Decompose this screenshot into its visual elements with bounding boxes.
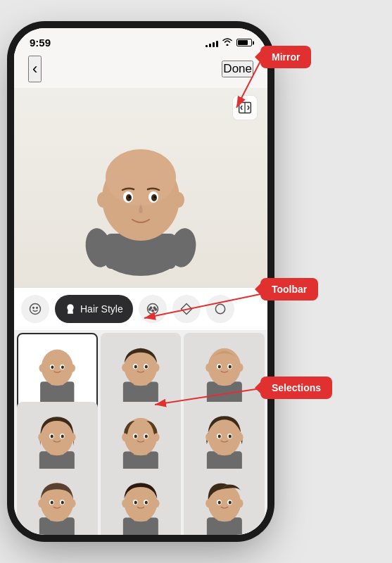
svg-point-43 — [122, 364, 127, 372]
svg-point-50 — [217, 365, 220, 369]
mini-avatar-5 — [108, 410, 173, 475]
wifi-icon — [222, 37, 233, 48]
svg-point-33 — [61, 365, 64, 369]
svg-point-69 — [145, 434, 148, 438]
mini-avatar-1 — [26, 342, 89, 405]
face-icon — [28, 302, 42, 316]
mirror-icon — [238, 101, 252, 115]
svg-point-60 — [61, 434, 64, 438]
svg-point-104 — [217, 501, 220, 505]
svg-point-12 — [154, 196, 156, 198]
status-bar: 9:59 — [14, 28, 267, 51]
toolbar-circle-button[interactable] — [206, 295, 234, 323]
status-icons — [206, 37, 252, 48]
svg-point-34 — [39, 364, 45, 372]
back-button[interactable]: ‹ — [28, 56, 42, 82]
svg-point-35 — [70, 364, 75, 372]
svg-point-106 — [206, 500, 211, 508]
selection-item-8[interactable] — [101, 469, 182, 535]
svg-point-24 — [148, 309, 151, 311]
svg-point-95 — [134, 501, 137, 505]
svg-point-88 — [39, 500, 44, 508]
svg-point-71 — [153, 433, 159, 441]
phone-screen: 9:59 — [14, 28, 267, 535]
svg-point-41 — [134, 365, 137, 369]
svg-point-79 — [206, 433, 211, 441]
selections-tooltip: Selections — [260, 377, 332, 399]
toolbar-face-button[interactable] — [21, 295, 49, 323]
toolbar-shape-button[interactable] — [172, 295, 201, 323]
nav-bar: ‹ Done — [14, 51, 267, 88]
svg-point-96 — [145, 501, 148, 505]
svg-point-18 — [33, 308, 34, 309]
hair-icon — [65, 303, 76, 315]
toolbar: Hair Style — [14, 287, 267, 330]
svg-point-97 — [122, 500, 127, 508]
diamond-icon — [179, 302, 194, 316]
mini-avatar-6 — [192, 410, 257, 475]
svg-point-105 — [228, 501, 231, 505]
toolbar-tooltip: Toolbar — [260, 278, 318, 301]
palette-icon — [146, 302, 160, 316]
selections-grid — [14, 330, 267, 535]
svg-point-23 — [151, 310, 153, 312]
svg-point-11 — [129, 196, 131, 198]
svg-point-51 — [228, 365, 231, 369]
svg-point-62 — [70, 433, 76, 441]
mirror-button[interactable] — [232, 95, 258, 120]
mirror-tooltip: Mirror — [260, 46, 311, 68]
svg-point-70 — [122, 433, 127, 441]
hairstyle-label: Hair Style — [80, 303, 123, 315]
battery-icon — [236, 39, 252, 46]
svg-point-47 — [208, 348, 241, 386]
done-button[interactable]: Done — [222, 61, 253, 77]
svg-point-44 — [153, 364, 159, 372]
svg-point-32 — [51, 365, 53, 369]
toolbar-hairstyle-button[interactable]: Hair Style — [55, 295, 133, 323]
svg-point-26 — [215, 304, 225, 313]
avatar-figure — [70, 100, 211, 276]
svg-point-19 — [37, 308, 38, 309]
svg-point-59 — [51, 434, 53, 438]
selection-item-9[interactable] — [184, 469, 265, 535]
svg-point-13 — [97, 192, 108, 208]
signal-icon — [206, 39, 218, 47]
svg-point-98 — [153, 500, 159, 508]
svg-point-52 — [206, 364, 211, 372]
svg-point-80 — [237, 433, 243, 441]
avatar-area — [14, 88, 267, 287]
svg-point-86 — [51, 501, 53, 505]
svg-point-6 — [106, 149, 176, 205]
mini-avatar-3 — [192, 341, 257, 405]
phone-frame: 9:59 — [14, 28, 267, 535]
mini-avatar-2 — [108, 341, 173, 405]
svg-point-107 — [237, 500, 243, 508]
svg-point-78 — [228, 434, 231, 438]
svg-point-68 — [134, 434, 137, 438]
svg-point-89 — [70, 500, 76, 508]
svg-point-17 — [30, 304, 41, 315]
circle-icon — [213, 302, 227, 316]
svg-point-61 — [39, 433, 44, 441]
svg-point-77 — [217, 434, 220, 438]
selection-item-7[interactable] — [17, 469, 98, 535]
svg-point-14 — [173, 192, 184, 208]
mini-avatar-7 — [25, 476, 89, 535]
svg-point-25 — [155, 309, 157, 311]
svg-point-87 — [61, 501, 64, 505]
svg-point-53 — [237, 364, 243, 372]
mini-avatar-4 — [25, 410, 89, 475]
status-time: 9:59 — [30, 37, 51, 49]
mini-avatar-9 — [192, 476, 257, 535]
toolbar-palette-button[interactable] — [139, 295, 167, 323]
svg-point-42 — [145, 365, 148, 369]
mini-avatar-8 — [108, 476, 173, 535]
svg-point-29 — [42, 350, 73, 386]
